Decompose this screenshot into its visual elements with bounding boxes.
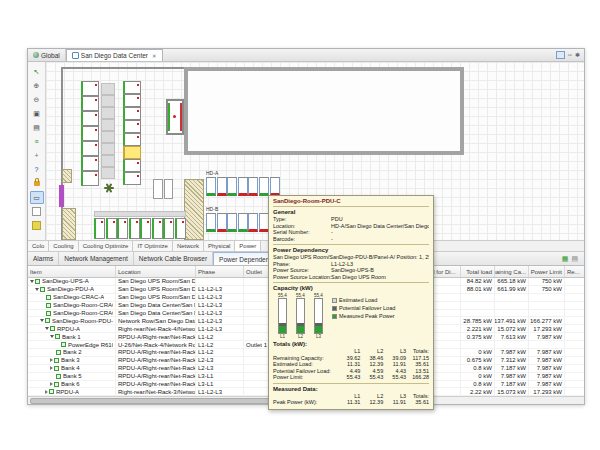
tree-expanded-icon[interactable]	[35, 288, 39, 291]
layer-tab-network[interactable]: Network	[173, 241, 204, 251]
phase-cell: L1-L2	[196, 341, 244, 348]
location-cell: San Diego UPS Room/San Diego/...	[116, 278, 196, 285]
rack[interactable]	[217, 177, 227, 196]
floor-tile	[101, 167, 115, 179]
rack[interactable]	[81, 126, 99, 141]
re-cell	[565, 325, 584, 332]
tree-expanded-icon[interactable]	[30, 280, 34, 283]
re-cell	[565, 294, 584, 301]
layers-tool[interactable]: ≡	[30, 135, 44, 148]
tree-expanded-icon[interactable]	[40, 319, 44, 322]
tree-expanded-icon[interactable]	[45, 327, 49, 330]
rack[interactable]	[81, 111, 99, 126]
zoom-out-tool[interactable]: ⊖	[30, 93, 44, 106]
rack[interactable]	[238, 177, 248, 196]
rack[interactable]	[94, 218, 105, 239]
rack[interactable]	[123, 120, 141, 133]
column-header-item[interactable]: Item	[28, 266, 116, 277]
close-tab-icon[interactable]: ✕	[152, 53, 157, 59]
rack[interactable]	[129, 218, 140, 239]
column-header-re-[interactable]: Re...	[565, 266, 584, 277]
rack[interactable]	[152, 218, 163, 239]
rack[interactable]	[117, 218, 128, 239]
rack[interactable]	[259, 177, 269, 196]
metric-value: 35.61	[406, 399, 429, 406]
pan-tool[interactable]: +	[30, 149, 44, 162]
rack[interactable]	[123, 159, 141, 172]
lock-tool[interactable]	[30, 177, 44, 190]
rack[interactable]	[106, 218, 117, 239]
rack[interactable]	[227, 213, 237, 232]
tile-white-tool[interactable]	[30, 205, 44, 218]
rack[interactable]	[123, 81, 141, 94]
crac-unit[interactable]	[166, 99, 184, 135]
tree-collapsed-icon[interactable]	[45, 390, 48, 394]
rack[interactable]	[163, 218, 174, 239]
column-header-location[interactable]: Location	[116, 266, 196, 277]
column-header-remaining-ca-[interactable]: Remaining Ca...	[495, 266, 529, 277]
column-header-power-limit[interactable]: Power Limit	[529, 266, 565, 277]
panel-tab-network-management[interactable]: Network Management	[59, 252, 134, 265]
rack[interactable]	[81, 171, 99, 186]
power-limit-cell: 750 kW	[529, 286, 565, 293]
rack[interactable]	[206, 213, 216, 232]
rack[interactable]	[123, 133, 141, 146]
rack[interactable]	[270, 177, 280, 196]
rack[interactable]	[227, 177, 237, 196]
white-tile-icon	[32, 207, 41, 216]
measure-tool[interactable]: ▭	[30, 191, 44, 204]
panel-tab-network-cable-browser[interactable]: Network Cable Browser	[134, 252, 213, 265]
tree-collapsed-icon[interactable]	[50, 382, 53, 386]
scrollbar-thumb[interactable]	[30, 398, 272, 404]
export-icon[interactable]: ▤	[571, 255, 578, 262]
hatched-zone	[62, 208, 76, 240]
rack-selected-pdu[interactable]	[123, 146, 141, 159]
rack[interactable]	[217, 213, 227, 232]
alarm-dot	[137, 97, 139, 99]
metric-value: 55.43	[360, 374, 383, 381]
rack[interactable]	[123, 172, 141, 185]
rack[interactable]	[175, 218, 186, 239]
layer-tab-it-optimize[interactable]: IT Optimize	[133, 241, 173, 251]
restore-view-icon[interactable]	[556, 51, 565, 59]
editor-tab-san-diego-data-center[interactable]: San Diego Data Center✕	[66, 49, 163, 61]
rack[interactable]	[248, 177, 258, 196]
layer-tab-physical[interactable]: Physical	[204, 241, 235, 251]
tree-collapsed-icon[interactable]	[50, 358, 53, 362]
zoom-in-tool[interactable]: ⊕	[30, 79, 44, 92]
zoom-fit-tool[interactable]: ▣	[30, 107, 44, 120]
rack[interactable]	[206, 177, 216, 196]
floor-equipment[interactable]	[164, 179, 173, 199]
rack[interactable]	[81, 141, 99, 156]
rack[interactable]	[81, 81, 99, 96]
layer-tab-power[interactable]: Power	[235, 241, 261, 251]
rack[interactable]	[81, 96, 99, 111]
rack[interactable]	[123, 107, 141, 120]
layer-tab-cooling-optimize[interactable]: Cooling Optimize	[79, 241, 134, 251]
tree-expanded-icon[interactable]	[50, 335, 54, 338]
minimize-icon[interactable]: ▫▫	[568, 52, 572, 58]
item-label: SanDiego-UPS-A	[42, 278, 89, 284]
rack[interactable]	[123, 94, 141, 107]
rack[interactable]	[81, 156, 99, 171]
column-header-phase[interactable]: Phase	[196, 266, 244, 277]
rack[interactable]	[238, 213, 248, 232]
editor-tab-global[interactable]: Global	[28, 49, 66, 61]
gear-icon[interactable]: ✱	[575, 52, 580, 58]
help-tool[interactable]: ?	[30, 163, 44, 176]
tree-collapsed-icon[interactable]	[50, 366, 53, 370]
select-tool[interactable]: ↖	[30, 65, 44, 78]
tile-yellow-tool[interactable]	[30, 219, 44, 232]
rack[interactable]	[248, 213, 258, 232]
rack[interactable]	[140, 218, 151, 239]
print-tool[interactable]: ▤	[30, 121, 44, 134]
legend-label: Potential Failover Load	[339, 305, 395, 311]
table-view-icon[interactable]: ▦	[562, 255, 569, 262]
re-cell	[565, 286, 584, 293]
panel-tab-alarms[interactable]: Alarms	[28, 252, 59, 265]
column-header-total-load[interactable]: Total load	[461, 266, 495, 277]
layer-tab-cooling[interactable]: Cooling	[49, 241, 78, 251]
legend-label: Measured Peak Power	[339, 313, 395, 319]
layer-tab-colo[interactable]: Colo	[28, 241, 49, 251]
floor-equipment[interactable]	[153, 179, 163, 199]
